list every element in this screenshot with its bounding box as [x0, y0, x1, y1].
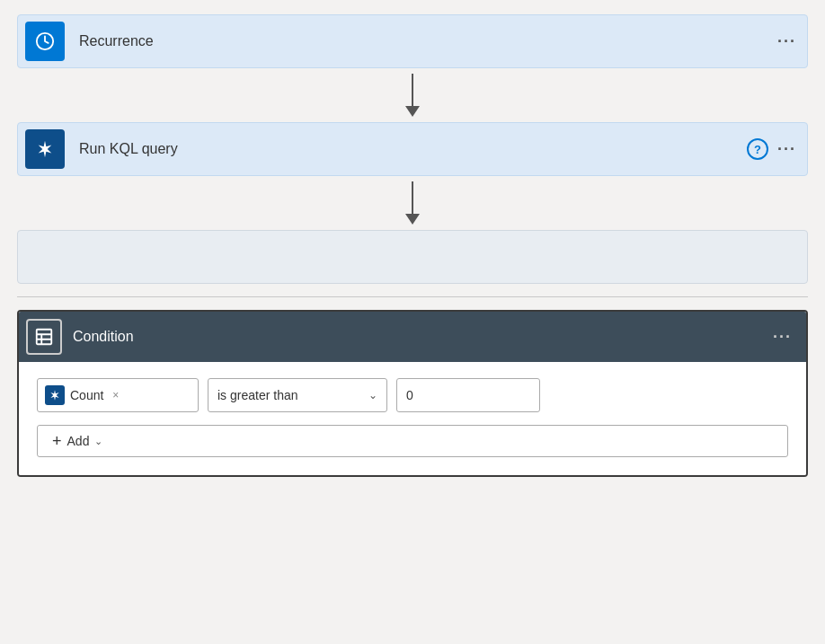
recurrence-more-button[interactable]: ···: [777, 32, 796, 51]
condition-header: Condition ···: [19, 312, 806, 362]
condition-value-text: 0: [406, 388, 413, 402]
operator-dropdown-arrow: ⌄: [368, 389, 377, 401]
empty-step: [17, 230, 808, 284]
add-button-label: Add: [67, 434, 90, 448]
kql-actions: ? ···: [747, 138, 807, 160]
recurrence-icon-wrapper: [18, 15, 72, 67]
section-divider: [17, 296, 808, 297]
condition-block: Condition ··· Count × is greater tha: [17, 310, 808, 477]
count-tag-text: Count: [70, 388, 103, 402]
count-tag-close[interactable]: ×: [112, 389, 119, 401]
condition-body: Count × is greater than ⌄ 0 + Add ⌄: [19, 362, 806, 475]
condition-label: Condition: [73, 329, 773, 345]
arrow-line-1: [412, 74, 413, 106]
arrow-head-1: [405, 106, 420, 117]
condition-row: Count × is greater than ⌄ 0: [37, 378, 788, 412]
operator-dropdown[interactable]: is greater than ⌄: [208, 378, 387, 412]
kql-label: Run KQL query: [72, 141, 747, 157]
arrow-1: [405, 68, 420, 122]
recurrence-icon: [25, 22, 65, 61]
add-chevron-icon: ⌄: [94, 436, 102, 447]
condition-value-input[interactable]: 0: [396, 378, 540, 412]
arrow-2: [405, 176, 420, 230]
add-plus-icon: +: [52, 432, 62, 451]
recurrence-step: Recurrence ···: [17, 14, 808, 68]
arrow-line-2: [412, 181, 413, 214]
kql-help-button[interactable]: ?: [747, 138, 768, 160]
add-condition-button[interactable]: + Add ⌄: [37, 425, 788, 457]
recurrence-actions: ···: [777, 32, 807, 51]
svg-rect-1: [37, 330, 52, 345]
condition-icon: [26, 319, 62, 355]
operator-value: is greater than: [217, 388, 298, 402]
count-tag[interactable]: Count ×: [37, 378, 199, 412]
kql-icon-wrapper: [18, 123, 72, 175]
condition-more-button[interactable]: ···: [773, 328, 799, 347]
recurrence-label: Recurrence: [72, 33, 777, 49]
arrow-head-2: [405, 214, 420, 225]
kql-icon: [25, 129, 65, 169]
kql-step: Run KQL query ? ···: [17, 122, 808, 176]
count-tag-icon: [45, 385, 65, 405]
kql-more-button[interactable]: ···: [777, 140, 796, 159]
